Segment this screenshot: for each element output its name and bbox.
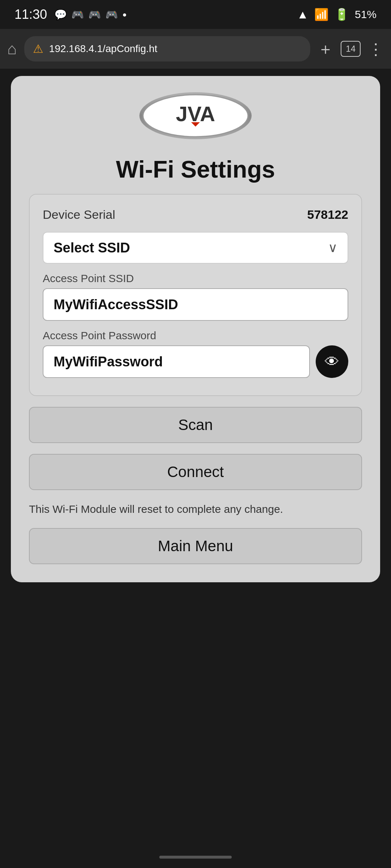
- game-icon2: 🎮: [88, 9, 101, 21]
- status-bar: 11:30 💬 🎮 🎮 🎮 ● ▲ 📶 🔋 51%: [0, 0, 391, 29]
- device-serial-value: 578122: [307, 208, 348, 222]
- status-left: 11:30 💬 🎮 🎮 🎮 ●: [14, 7, 127, 22]
- wifi-icon: ▲: [297, 8, 308, 21]
- svg-text:JVA: JVA: [176, 102, 215, 125]
- select-ssid-text: Select SSID: [54, 240, 130, 256]
- settings-panel: Device Serial 578122 Select SSID ∨ Acces…: [29, 194, 362, 396]
- status-right: ▲ 📶 🔋 51%: [297, 8, 377, 21]
- url-bar[interactable]: ⚠ 192.168.4.1/apConfig.ht: [24, 36, 311, 61]
- status-time: 11:30: [14, 7, 47, 22]
- browser-bar: ⌂ ⚠ 192.168.4.1/apConfig.ht ＋ 14 ⋮: [0, 29, 391, 69]
- main-menu-button[interactable]: Main Menu: [29, 528, 362, 564]
- password-field-label: Access Point Password: [43, 329, 348, 342]
- home-indicator: [159, 856, 232, 859]
- jva-logo: JVA: [138, 90, 253, 141]
- password-row: 👁: [43, 345, 348, 378]
- password-input[interactable]: [43, 345, 310, 378]
- logo-container: JVA: [138, 90, 253, 141]
- more-options-icon[interactable]: ⋮: [368, 40, 384, 58]
- signal-icon: 📶: [314, 8, 329, 21]
- url-text: 192.168.4.1/apConfig.ht: [49, 43, 302, 55]
- warning-icon: ⚠: [33, 42, 43, 56]
- tab-count-badge[interactable]: 14: [341, 41, 361, 57]
- ssid-field-label: Access Point SSID: [43, 272, 348, 285]
- home-icon[interactable]: ⌂: [7, 40, 17, 58]
- wifi-settings-card: JVA Wi-Fi Settings Device Serial 578122: [11, 76, 380, 582]
- reset-notice: This Wi-Fi Module will reset to complete…: [29, 501, 362, 517]
- game-icon1: 🎮: [71, 9, 84, 21]
- toggle-password-button[interactable]: 👁: [316, 345, 348, 378]
- select-ssid-dropdown[interactable]: Select SSID ∨: [43, 232, 348, 264]
- ssid-input[interactable]: [43, 288, 348, 321]
- device-serial-label: Device Serial: [43, 208, 115, 222]
- battery-icon: 🔋: [335, 8, 349, 21]
- dot-icon: ●: [122, 10, 127, 19]
- scan-button[interactable]: Scan: [29, 407, 362, 443]
- game-icon3: 🎮: [105, 9, 118, 21]
- device-serial-row: Device Serial 578122: [43, 208, 348, 222]
- add-tab-icon[interactable]: ＋: [318, 38, 333, 60]
- status-icons-left: 💬 🎮 🎮 🎮 ●: [54, 9, 127, 21]
- connect-button[interactable]: Connect: [29, 454, 362, 490]
- page-title: Wi-Fi Settings: [116, 156, 275, 183]
- main-content: JVA Wi-Fi Settings Device Serial 578122: [0, 69, 391, 846]
- bottom-bar: [0, 846, 391, 868]
- battery-text: 51%: [355, 8, 377, 21]
- eye-icon: 👁: [325, 354, 339, 370]
- chevron-down-icon: ∨: [328, 240, 337, 255]
- chat-icon: 💬: [54, 9, 67, 21]
